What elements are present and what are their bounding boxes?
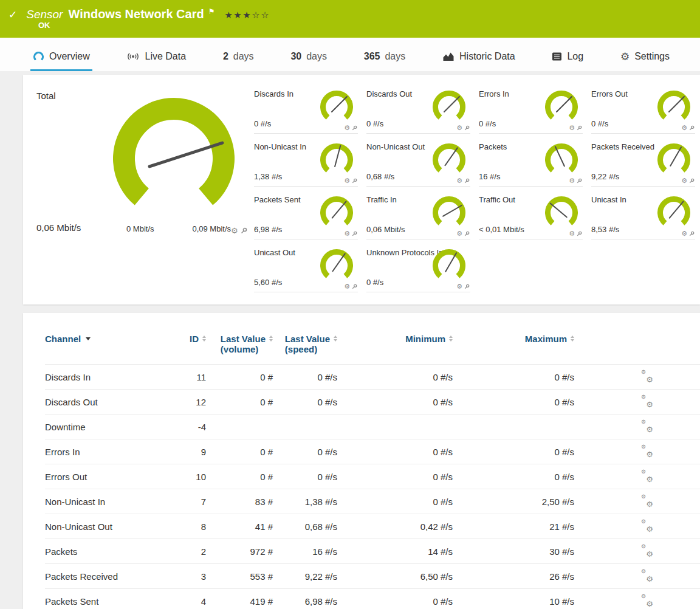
- sort-arrows-icon[interactable]: [449, 335, 453, 342]
- pin-icon[interactable]: [352, 284, 357, 289]
- column-header-minimum[interactable]: Minimum: [337, 334, 453, 344]
- pin-icon[interactable]: [464, 231, 470, 236]
- pin-icon[interactable]: [689, 178, 695, 184]
- column-header-line: Channel: [45, 334, 91, 344]
- sort-arrows-icon[interactable]: [202, 335, 206, 342]
- sort-arrows-icon[interactable]: [269, 335, 273, 342]
- tab-live-data[interactable]: Live Data: [124, 51, 188, 71]
- gear-icon[interactable]: ⚙: [569, 125, 575, 131]
- pin-icon[interactable]: [689, 125, 695, 131]
- star-filled-icon[interactable]: ★: [233, 10, 242, 21]
- gear-icon[interactable]: ⚙: [456, 283, 462, 290]
- channel-settings-icon[interactable]: ⚙⚙: [641, 471, 653, 482]
- gauge-dial: [320, 196, 353, 229]
- cell-channel: Non-Unicast Out: [45, 521, 173, 532]
- sort-arrows-icon[interactable]: [571, 335, 574, 342]
- tab-30-days[interactable]: 30days: [288, 51, 329, 71]
- pin-icon[interactable]: [464, 125, 470, 131]
- gauge-value: 0 #/s: [479, 119, 496, 128]
- column-header-label: Last Value: [285, 334, 330, 344]
- cell-maximum: 26 #/s: [453, 571, 574, 582]
- tab-number: 2: [223, 51, 228, 62]
- gauge-packets: Packets 16 #/s⚙: [479, 141, 583, 187]
- gear-icon[interactable]: ⚙: [569, 230, 575, 237]
- gauge-value: 0,68 #/s: [366, 172, 394, 181]
- gear-icon[interactable]: ⚙: [344, 125, 350, 131]
- star-filled-icon[interactable]: ★: [224, 10, 233, 21]
- channel-settings-icon[interactable]: ⚙⚙: [641, 396, 653, 407]
- gear-icon[interactable]: ⚙: [231, 227, 238, 235]
- pin-icon[interactable]: [689, 231, 695, 236]
- gauge-traffic-out: Traffic Out < 0,01 Mbit/s⚙: [479, 194, 583, 239]
- flag-icon[interactable]: ⚑: [208, 7, 215, 16]
- gear-icon[interactable]: ⚙: [456, 230, 462, 237]
- total-gauge-value: 0,06 Mbit/s: [36, 222, 81, 233]
- column-header-channel[interactable]: Channel: [45, 334, 173, 344]
- column-header-id[interactable]: ID: [173, 334, 206, 344]
- tab-label: Settings: [634, 51, 670, 62]
- star-empty-icon[interactable]: ☆: [252, 10, 261, 21]
- gauge-dial: [545, 196, 578, 229]
- pin-icon[interactable]: [577, 231, 582, 236]
- column-header-last-speed[interactable]: Last Value(speed): [273, 334, 337, 354]
- pin-icon[interactable]: [241, 227, 247, 234]
- tab-365-days[interactable]: 365days: [362, 51, 408, 71]
- column-header-label: Minimum: [405, 334, 445, 344]
- settings-icon: ⚙: [620, 52, 630, 62]
- cell-last_volume: 0 #: [206, 372, 273, 382]
- cell-last_volume: 0 #: [206, 472, 273, 482]
- channel-settings-icon[interactable]: ⚙⚙: [641, 421, 653, 432]
- total-gauge-max: 0,09 Mbit/s: [192, 224, 231, 233]
- gear-icon[interactable]: ⚙: [681, 230, 687, 237]
- tab-overview[interactable]: Overview: [30, 51, 92, 71]
- tab-settings[interactable]: ⚙Settings: [618, 51, 672, 71]
- object-kind-label: Sensor: [26, 8, 63, 21]
- gear-icon[interactable]: ⚙: [344, 177, 350, 184]
- gear-icon[interactable]: ⚙: [456, 125, 462, 131]
- column-header-last-volume[interactable]: Last Value(volume): [206, 334, 273, 354]
- gear-icon[interactable]: ⚙: [344, 230, 350, 237]
- star-empty-icon[interactable]: ☆: [261, 10, 270, 21]
- priority-stars[interactable]: ★★★☆☆: [224, 10, 270, 21]
- gear-icon[interactable]: ⚙: [681, 125, 687, 131]
- gear-icon[interactable]: ⚙: [569, 177, 575, 184]
- gauge-unknown-protocols-in: Unknown Protocols In 0 #/s⚙: [366, 247, 470, 292]
- star-filled-icon[interactable]: ★: [242, 10, 252, 21]
- total-gauge-scale: 0 Mbit/s 0,09 Mbit/s: [113, 224, 235, 233]
- sort-arrows-icon[interactable]: [334, 335, 337, 342]
- channel-settings-icon[interactable]: ⚙⚙: [641, 521, 653, 532]
- gauge-dial: [433, 143, 465, 176]
- cell-channel: Errors In: [45, 447, 173, 457]
- column-header-maximum[interactable]: Maximum: [453, 334, 574, 344]
- gear-icon[interactable]: ⚙: [344, 283, 350, 290]
- gauge-value: < 0,01 Mbit/s: [479, 225, 524, 234]
- column-header-sublabel: (speed): [285, 344, 337, 354]
- cell-last_speed: 0 #/s: [273, 397, 337, 407]
- gauge-actions: ⚙: [344, 230, 357, 237]
- cell-channel: Packets Sent: [45, 596, 173, 607]
- pin-icon[interactable]: [464, 284, 470, 289]
- pin-icon[interactable]: [352, 125, 357, 131]
- gear-icon[interactable]: ⚙: [681, 177, 687, 184]
- pin-icon[interactable]: [577, 178, 582, 184]
- gauge-discards-in: Discards In 0 #/s⚙: [254, 88, 358, 134]
- channel-settings-icon[interactable]: ⚙⚙: [641, 546, 653, 557]
- tab-historic-data[interactable]: Historic Data: [440, 51, 518, 71]
- channel-settings-icon[interactable]: ⚙⚙: [641, 446, 653, 457]
- channel-settings-icon[interactable]: ⚙⚙: [641, 596, 653, 607]
- channels-table-panel: ChannelIDLast Value(volume)Last Value(sp…: [23, 313, 700, 609]
- cell-minimum: 0 #/s: [337, 397, 453, 407]
- channel-settings-icon[interactable]: ⚙⚙: [641, 496, 653, 507]
- pin-icon[interactable]: [352, 178, 357, 184]
- channel-settings-icon[interactable]: ⚙⚙: [641, 371, 653, 382]
- tab-2-days[interactable]: 2days: [221, 51, 256, 71]
- gear-icon[interactable]: ⚙: [456, 177, 462, 184]
- pin-icon[interactable]: [464, 178, 470, 184]
- cell-id: 12: [173, 397, 206, 407]
- cell-last_speed: 0 #/s: [273, 447, 337, 457]
- pin-icon[interactable]: [577, 125, 582, 131]
- cell-id: -4: [173, 422, 206, 432]
- pin-icon[interactable]: [352, 231, 357, 236]
- channel-settings-icon[interactable]: ⚙⚙: [641, 571, 653, 582]
- tab-log[interactable]: Log: [549, 51, 586, 71]
